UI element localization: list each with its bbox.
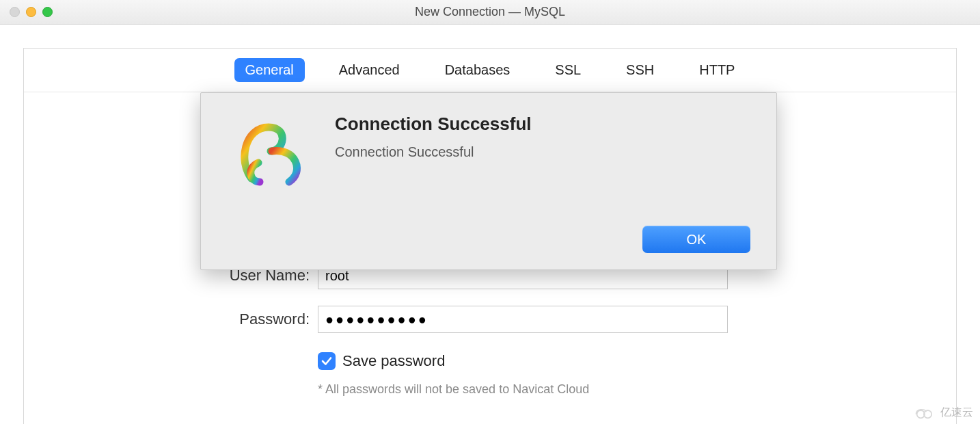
save-password-label: Save password <box>342 352 445 370</box>
watermark-text: 亿速云 <box>940 406 973 420</box>
tab-general[interactable]: General <box>234 58 305 82</box>
titlebar: New Connection — MySQL <box>0 0 980 25</box>
dialog-title: Connection Successful <box>335 114 532 135</box>
password-input[interactable] <box>318 306 728 333</box>
watermark: 亿速云 <box>913 406 973 420</box>
navicat-icon <box>231 114 313 196</box>
password-label: Password: <box>51 310 318 328</box>
connection-result-dialog: Connection Successful Connection Success… <box>200 92 777 270</box>
tab-http[interactable]: HTTP <box>688 58 746 82</box>
dialog-message: Connection Successful <box>335 144 532 160</box>
tab-ssl[interactable]: SSL <box>544 58 592 82</box>
tab-ssh[interactable]: SSH <box>615 58 665 82</box>
tab-databases[interactable]: Databases <box>434 58 521 82</box>
ok-button[interactable]: OK <box>642 226 750 253</box>
password-note: * All passwords will not be saved to Nav… <box>318 382 728 397</box>
save-password-checkbox[interactable] <box>318 352 336 370</box>
tab-advanced[interactable]: Advanced <box>328 58 411 82</box>
tab-bar: General Advanced Databases SSL SSH HTTP <box>24 49 956 92</box>
window-title: New Connection — MySQL <box>0 5 980 19</box>
